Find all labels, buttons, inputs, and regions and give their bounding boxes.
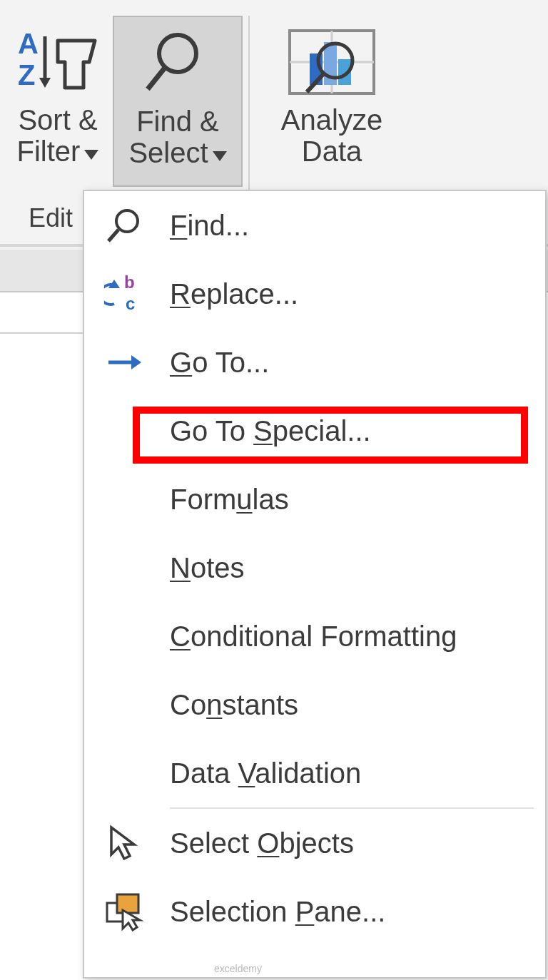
menu-replace[interactable]: b c Replace... <box>84 260 545 328</box>
ribbon-divider <box>248 16 250 191</box>
arrow-right-icon <box>104 342 170 382</box>
svg-marker-21 <box>111 827 134 859</box>
row-area <box>0 334 86 976</box>
menu-goto-label: Go To... <box>170 347 545 379</box>
svg-rect-23 <box>117 894 138 913</box>
menu-goto[interactable]: Go To... <box>84 328 545 397</box>
menu-constants[interactable]: Constants <box>84 670 545 739</box>
menu-formulas[interactable]: Formulas <box>84 465 545 534</box>
menu-selection-pane-label: Selection Pane... <box>170 896 545 928</box>
find-select-line1: Find & <box>136 106 219 137</box>
menu-data-validation-label: Data Validation <box>170 757 545 790</box>
svg-text:c: c <box>126 294 135 313</box>
menu-goto-special-label: Go To Special... <box>170 415 545 447</box>
find-select-button[interactable]: Find & Select <box>113 16 243 187</box>
analyze-data-icon <box>264 20 400 104</box>
sort-filter-button[interactable]: A Z Sort & Filter <box>7 16 108 187</box>
analyze-data-button[interactable]: Analyze Data <box>264 16 400 187</box>
menu-data-validation[interactable]: Data Validation <box>84 739 545 807</box>
svg-point-14 <box>116 210 138 232</box>
menu-find[interactable]: Find... <box>84 191 545 260</box>
analyze-line2: Data <box>302 136 362 167</box>
analyze-line1: Analyze <box>281 104 382 136</box>
svg-text:Z: Z <box>18 59 35 91</box>
svg-marker-3 <box>39 78 51 88</box>
sort-filter-line2: Filter <box>17 136 81 167</box>
row-strip <box>0 292 86 334</box>
selection-pane-icon <box>104 892 170 931</box>
cursor-icon <box>104 823 170 863</box>
search-icon <box>104 205 170 245</box>
svg-text:A: A <box>18 28 39 59</box>
find-select-line2: Select <box>128 137 208 168</box>
watermark: exceldemy <box>214 963 262 974</box>
chevron-down-icon <box>84 150 98 160</box>
find-select-menu: Find... b c Replace... Go To... Go To Sp… <box>83 190 547 979</box>
replace-icon: b c <box>104 274 170 314</box>
menu-goto-special[interactable]: Go To Special... <box>84 397 545 465</box>
menu-constants-label: Constants <box>170 689 545 721</box>
menu-select-objects[interactable]: Select Objects <box>84 809 545 877</box>
menu-formulas-label: Formulas <box>170 484 545 516</box>
menu-conditional-formatting[interactable]: Conditional Formatting <box>84 602 545 670</box>
menu-notes-label: Notes <box>170 552 545 584</box>
svg-line-5 <box>148 68 165 89</box>
menu-select-objects-label: Select Objects <box>170 827 545 859</box>
sort-filter-line1: Sort & <box>18 104 97 136</box>
editing-group-label: Edit <box>29 203 73 233</box>
menu-cond-format-label: Conditional Formatting <box>170 621 545 653</box>
chevron-down-icon <box>213 151 227 161</box>
find-select-icon <box>114 21 241 106</box>
svg-text:b: b <box>124 274 135 292</box>
sort-filter-icon: A Z <box>7 20 108 104</box>
menu-notes[interactable]: Notes <box>84 534 545 602</box>
menu-replace-label: Replace... <box>170 278 545 310</box>
menu-find-label: Find... <box>170 210 545 242</box>
svg-marker-20 <box>131 355 141 369</box>
svg-line-15 <box>108 230 118 241</box>
svg-point-4 <box>159 35 196 72</box>
menu-selection-pane[interactable]: Selection Pane... <box>84 877 545 946</box>
